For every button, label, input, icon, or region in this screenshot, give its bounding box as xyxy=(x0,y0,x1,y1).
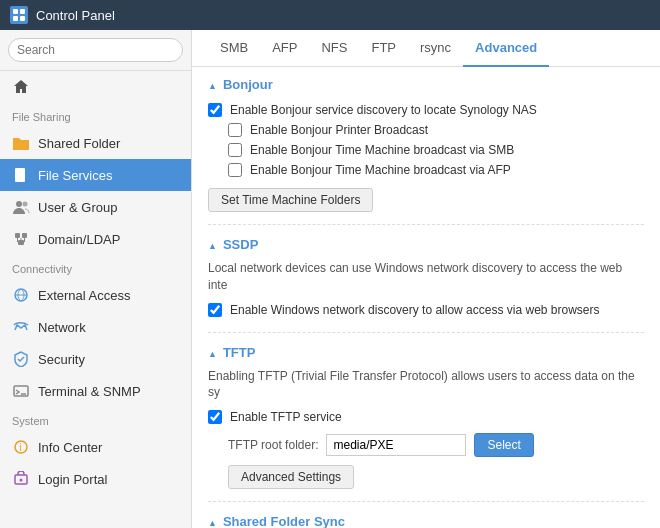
shared-folder-sync-title: Shared Folder Sync xyxy=(223,514,345,528)
bonjour-printer-checkbox[interactable] xyxy=(228,123,242,137)
section-label-file-sharing: File Sharing xyxy=(0,103,191,127)
sidebar-item-info-center[interactable]: i Info Center xyxy=(0,431,191,463)
section-label-connectivity: Connectivity xyxy=(0,255,191,279)
ssdp-enable-checkbox[interactable] xyxy=(208,303,222,317)
ssdp-header[interactable]: SSDP xyxy=(208,237,644,252)
advanced-settings-button[interactable]: Advanced Settings xyxy=(228,465,354,489)
folder-icon xyxy=(12,134,30,152)
sidebar-label-external-access: External Access xyxy=(38,288,131,303)
section-label-system: System xyxy=(0,407,191,431)
bonjour-printer-label: Enable Bonjour Printer Broadcast xyxy=(250,123,428,137)
tftp-header[interactable]: TFTP xyxy=(208,345,644,360)
svg-rect-7 xyxy=(17,177,21,178)
bonjour-printer-row: Enable Bonjour Printer Broadcast xyxy=(228,120,644,140)
sidebar-label-shared-folder: Shared Folder xyxy=(38,136,120,151)
svg-rect-5 xyxy=(17,171,23,172)
bonjour-title: Bonjour xyxy=(223,77,273,92)
tab-bar: SMB AFP NFS FTP rsync Advanced xyxy=(192,30,660,67)
content-area: SMB AFP NFS FTP rsync Advanced Bonjour E… xyxy=(192,30,660,528)
sidebar-item-external-access[interactable]: External Access xyxy=(0,279,191,311)
sidebar-item-home[interactable] xyxy=(0,71,191,103)
bonjour-enable-label: Enable Bonjour service discovery to loca… xyxy=(230,103,537,117)
tab-rsync[interactable]: rsync xyxy=(408,30,463,67)
svg-text:i: i xyxy=(20,442,22,453)
tftp-collapse-icon xyxy=(208,345,217,360)
sidebar-label-domain: Domain/LDAP xyxy=(38,232,120,247)
tab-smb[interactable]: SMB xyxy=(208,30,260,67)
login-portal-icon xyxy=(12,470,30,488)
sidebar-item-login-portal[interactable]: Login Portal xyxy=(0,463,191,495)
svg-rect-12 xyxy=(18,240,24,245)
tab-ftp[interactable]: FTP xyxy=(359,30,408,67)
external-access-icon xyxy=(12,286,30,304)
tftp-description: Enabling TFTP (Trivial File Transfer Pro… xyxy=(208,368,644,402)
sidebar-search-container xyxy=(0,30,191,71)
sidebar-label-terminal: Terminal & SNMP xyxy=(38,384,141,399)
svg-rect-6 xyxy=(17,174,23,175)
svg-rect-1 xyxy=(20,9,25,14)
sidebar-item-terminal-snmp[interactable]: Terminal & SNMP xyxy=(0,375,191,407)
sidebar-item-security[interactable]: Security xyxy=(0,343,191,375)
home-icon xyxy=(12,78,30,96)
control-panel-icon xyxy=(10,6,28,24)
bonjour-collapse-icon xyxy=(208,77,217,92)
tftp-select-button[interactable]: Select xyxy=(474,433,533,457)
bonjour-time-smb-checkbox[interactable] xyxy=(228,143,242,157)
svg-rect-3 xyxy=(20,16,25,21)
tab-afp[interactable]: AFP xyxy=(260,30,309,67)
shared-folder-sync-section: Shared Folder Sync xyxy=(208,514,644,528)
bonjour-time-smb-row: Enable Bonjour Time Machine broadcast vi… xyxy=(228,140,644,160)
shared-folder-sync-header[interactable]: Shared Folder Sync xyxy=(208,514,644,528)
ssdp-section: SSDP Local network devices can use Windo… xyxy=(208,237,644,333)
svg-point-18 xyxy=(20,479,23,482)
security-icon xyxy=(12,350,30,368)
sidebar-label-login-portal: Login Portal xyxy=(38,472,107,487)
shared-folder-sync-collapse-icon xyxy=(208,514,217,528)
content-body: Bonjour Enable Bonjour service discovery… xyxy=(192,67,660,528)
set-time-machine-folders-button[interactable]: Set Time Machine Folders xyxy=(208,188,373,212)
tftp-enable-label: Enable TFTP service xyxy=(230,410,342,424)
sidebar: File Sharing Shared Folder File Services xyxy=(0,30,192,528)
info-center-icon: i xyxy=(12,438,30,456)
tab-nfs[interactable]: NFS xyxy=(309,30,359,67)
sidebar-label-network: Network xyxy=(38,320,86,335)
search-input[interactable] xyxy=(8,38,183,62)
sidebar-item-shared-folder[interactable]: Shared Folder xyxy=(0,127,191,159)
svg-rect-0 xyxy=(13,9,18,14)
bonjour-enable-checkbox[interactable] xyxy=(208,103,222,117)
bonjour-time-afp-checkbox[interactable] xyxy=(228,163,242,177)
svg-point-9 xyxy=(23,202,28,207)
sidebar-label-info-center: Info Center xyxy=(38,440,102,455)
sidebar-item-file-services[interactable]: File Services xyxy=(0,159,191,191)
sidebar-label-user-group: User & Group xyxy=(38,200,117,215)
sidebar-item-network[interactable]: Network xyxy=(0,311,191,343)
tftp-section: TFTP Enabling TFTP (Trivial File Transfe… xyxy=(208,345,644,503)
file-services-icon xyxy=(12,166,30,184)
app-title: Control Panel xyxy=(36,8,115,23)
control-panel-header: Control Panel xyxy=(0,0,660,30)
ssdp-enable-label: Enable Windows network discovery to allo… xyxy=(230,303,600,317)
svg-rect-2 xyxy=(13,16,18,21)
svg-rect-11 xyxy=(22,233,27,238)
ssdp-collapse-icon xyxy=(208,237,217,252)
ssdp-title: SSDP xyxy=(223,237,258,252)
sidebar-label-file-services: File Services xyxy=(38,168,112,183)
tftp-root-folder-input[interactable] xyxy=(326,434,466,456)
bonjour-time-smb-label: Enable Bonjour Time Machine broadcast vi… xyxy=(250,143,514,157)
tab-advanced[interactable]: Advanced xyxy=(463,30,549,67)
sidebar-item-user-group[interactable]: User & Group xyxy=(0,191,191,223)
svg-rect-10 xyxy=(15,233,20,238)
ssdp-enable-row: Enable Windows network discovery to allo… xyxy=(208,300,644,320)
tftp-enable-checkbox[interactable] xyxy=(208,410,222,424)
tftp-title: TFTP xyxy=(223,345,256,360)
bonjour-time-afp-label: Enable Bonjour Time Machine broadcast vi… xyxy=(250,163,511,177)
svg-point-8 xyxy=(16,201,22,207)
sidebar-item-domain-ldap[interactable]: Domain/LDAP xyxy=(0,223,191,255)
sidebar-label-security: Security xyxy=(38,352,85,367)
bonjour-time-afp-row: Enable Bonjour Time Machine broadcast vi… xyxy=(228,160,644,180)
bonjour-enable-row: Enable Bonjour service discovery to loca… xyxy=(208,100,644,120)
bonjour-header[interactable]: Bonjour xyxy=(208,77,644,92)
bonjour-section: Bonjour Enable Bonjour service discovery… xyxy=(208,77,644,225)
tftp-root-folder-row: TFTP root folder: Select xyxy=(228,433,644,457)
network-icon xyxy=(12,318,30,336)
